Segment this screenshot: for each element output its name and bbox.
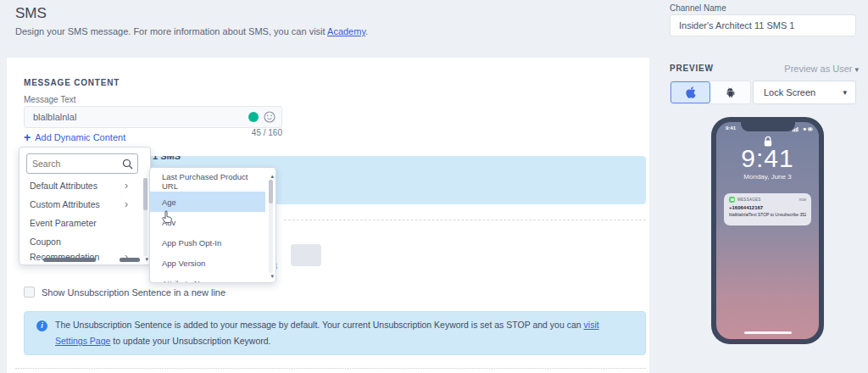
submenu-item-last-purchased-product-url[interactable]: Last Purchased Product URL bbox=[150, 171, 265, 192]
info-text-part2: to update your Unsubscription Keyword. bbox=[110, 336, 270, 346]
horizontal-scrollbar-thumb[interactable] bbox=[43, 258, 96, 262]
bottom-divider bbox=[15, 368, 646, 369]
submenu-item-age[interactable]: Age bbox=[150, 192, 265, 212]
dropdown-search-input[interactable] bbox=[27, 159, 122, 169]
info-icon: i bbox=[36, 320, 47, 331]
submenu-item-app-push-opt-in[interactable]: App Push Opt-In bbox=[150, 232, 265, 253]
caret-down-icon: ▾ bbox=[843, 88, 847, 97]
message-text-field[interactable] bbox=[24, 106, 282, 128]
submenu-item-label: Attribute Name bbox=[162, 279, 215, 284]
menu-item-default-attributes[interactable]: Default Attributes› bbox=[19, 176, 140, 195]
ios-toggle-button[interactable] bbox=[670, 81, 710, 103]
info-text-part1: The Unsubscription Sentence is added to … bbox=[55, 320, 584, 330]
caret-down-icon: ▾ bbox=[854, 65, 859, 74]
message-text-label: Message Text bbox=[24, 95, 76, 104]
messages-app-icon bbox=[729, 197, 735, 203]
hand-cursor-icon bbox=[162, 210, 173, 223]
attributes-submenu: Last Purchased Product URL Age Aov App P… bbox=[149, 167, 276, 283]
vertical-scrollbar-thumb[interactable] bbox=[143, 178, 147, 210]
phone-screen: 9:41 9:41 Monday, June 3 MESSAGES now +1… bbox=[716, 122, 819, 339]
submenu-item-label: Age bbox=[162, 198, 176, 207]
scroll-down-icon[interactable]: ▾ bbox=[270, 273, 274, 279]
notification-sender: +16064412167 bbox=[729, 205, 806, 210]
phone-mockup: 9:41 9:41 Monday, June 3 MESSAGES now +1… bbox=[711, 117, 824, 344]
notification-timestamp: now bbox=[799, 198, 806, 202]
sms-count-fragment: 1 SMS bbox=[153, 156, 181, 161]
lockscreen-time: 9:41 bbox=[716, 144, 819, 173]
sms-notification-card[interactable]: MESSAGES now +16064412167 blalblalnlalTe… bbox=[724, 193, 811, 225]
page-description-period: . bbox=[365, 26, 368, 36]
android-icon bbox=[725, 86, 737, 99]
add-dynamic-content-label: Add Dynamic Content bbox=[35, 132, 125, 142]
apple-icon bbox=[685, 86, 697, 99]
message-text-input[interactable] bbox=[25, 112, 248, 122]
screen-mode-select[interactable]: Lock Screen ▾ bbox=[753, 81, 856, 104]
menu-item-custom-attributes[interactable]: Custom Attributes› bbox=[19, 195, 140, 214]
home-indicator bbox=[744, 331, 792, 334]
phone-notch bbox=[741, 122, 795, 131]
section-title: MESSAGE CONTENT bbox=[24, 78, 120, 87]
academy-link[interactable]: Academy bbox=[327, 26, 365, 36]
section-divider bbox=[284, 220, 646, 220]
dynamic-content-dropdown: Default Attributes› Custom Attributes› E… bbox=[19, 147, 151, 265]
unsubscription-newline-label: Show Unsubscription Sentence in a new li… bbox=[42, 287, 225, 298]
scroll-up-icon[interactable]: ▴ bbox=[270, 173, 274, 179]
page-description-text: Design your SMS message. For more inform… bbox=[15, 26, 327, 36]
preview-as-user-dropdown[interactable]: Preview as User ▾ bbox=[746, 64, 859, 74]
channel-name-input[interactable] bbox=[670, 14, 856, 36]
menu-item-event-parameter[interactable]: Event Parameter bbox=[19, 214, 140, 232]
menu-item-coupon[interactable]: Coupon bbox=[19, 232, 140, 251]
submenu-item-label: Last Purchased Product URL bbox=[162, 172, 265, 191]
obscured-field-chip bbox=[291, 244, 321, 266]
vertical-scrollbar-thumb[interactable] bbox=[269, 180, 273, 203]
unsubscription-info-box: i The Unsubscription Sentence is added t… bbox=[24, 311, 646, 355]
lockscreen-date: Monday, June 3 bbox=[716, 173, 819, 181]
submenu-item-app-version[interactable]: App Version bbox=[150, 253, 265, 273]
unsubscription-info-text: The Unsubscription Sentence is added to … bbox=[55, 317, 633, 350]
menu-item-label: Default Attributes bbox=[30, 181, 97, 191]
preview-as-user-label: Preview as User bbox=[784, 64, 852, 74]
page-title: SMS bbox=[15, 5, 47, 22]
submenu-item-label: App Version bbox=[162, 259, 205, 268]
plus-icon: + bbox=[24, 133, 31, 142]
submenu-item-attribute-name[interactable]: Attribute Name bbox=[150, 273, 265, 283]
os-toggle bbox=[670, 81, 751, 104]
status-dot-icon bbox=[248, 112, 259, 122]
chevron-right-icon: › bbox=[125, 180, 128, 192]
android-toggle-button[interactable] bbox=[710, 81, 750, 103]
menu-item-label: Coupon bbox=[30, 237, 61, 247]
channel-name-label: Channel Name bbox=[670, 3, 726, 13]
page-description: Design your SMS message. For more inform… bbox=[15, 26, 368, 36]
menu-item-label: Custom Attributes bbox=[30, 199, 100, 209]
menu-item-label: Event Parameter bbox=[30, 218, 97, 228]
submenu-item-label: App Push Opt-In bbox=[162, 238, 221, 248]
add-dynamic-content-button[interactable]: + Add Dynamic Content bbox=[24, 132, 125, 142]
preview-title: PREVIEW bbox=[670, 64, 714, 73]
screen-mode-value: Lock Screen bbox=[754, 87, 843, 97]
status-bar-icons bbox=[793, 126, 813, 132]
unsubscription-newline-row: Show Unsubscription Sentence in a new li… bbox=[24, 287, 225, 298]
chevron-right-icon: › bbox=[125, 198, 128, 210]
scroll-down-icon[interactable]: ▾ bbox=[145, 256, 148, 262]
emoji-picker-icon[interactable] bbox=[264, 111, 275, 123]
unsubscription-newline-checkbox[interactable] bbox=[24, 287, 35, 298]
notification-app-name: MESSAGES bbox=[737, 198, 797, 202]
dropdown-search-field[interactable] bbox=[26, 153, 138, 174]
notification-message: blalblalnlalText STOP to Unsubscribe 352… bbox=[729, 212, 806, 217]
status-bar-time: 9:41 bbox=[726, 125, 736, 131]
search-icon bbox=[122, 159, 133, 170]
horizontal-scrollbar-thumb[interactable] bbox=[120, 258, 140, 262]
